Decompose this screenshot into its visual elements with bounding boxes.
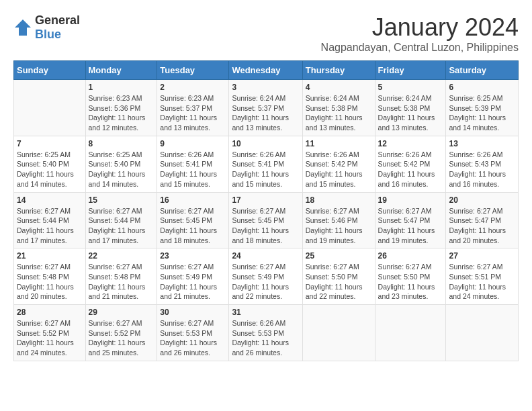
day-info: Sunrise: 6:26 AMSunset: 5:42 PMDaylight:…: [306, 150, 372, 189]
calendar-day-cell: 12Sunrise: 6:26 AMSunset: 5:42 PMDayligh…: [375, 136, 446, 192]
day-number: 15: [89, 195, 154, 205]
day-number: 2: [160, 83, 226, 92]
calendar-day-cell: 17Sunrise: 6:27 AMSunset: 5:45 PMDayligh…: [229, 192, 302, 248]
day-number: 9: [160, 139, 226, 148]
day-number: 19: [378, 195, 443, 205]
calendar-day-cell: 15Sunrise: 6:27 AMSunset: 5:44 PMDayligh…: [85, 192, 157, 248]
day-number: 8: [89, 139, 154, 148]
day-info: Sunrise: 6:26 AMSunset: 5:53 PMDaylight:…: [232, 318, 299, 358]
day-number: 20: [449, 195, 515, 205]
day-info: Sunrise: 6:27 AMSunset: 5:49 PMDaylight:…: [232, 262, 299, 302]
calendar-day-cell: 19Sunrise: 6:27 AMSunset: 5:47 PMDayligh…: [375, 192, 446, 248]
day-number: 27: [449, 251, 515, 261]
calendar-header: Sunday Monday Tuesday Wednesday Thursday…: [14, 61, 519, 80]
calendar-day-cell: 28Sunrise: 6:27 AMSunset: 5:52 PMDayligh…: [14, 305, 86, 361]
calendar-week-row: 28Sunrise: 6:27 AMSunset: 5:52 PMDayligh…: [14, 305, 519, 361]
day-info: Sunrise: 6:25 AMSunset: 5:40 PMDaylight:…: [89, 150, 154, 189]
day-info: Sunrise: 6:27 AMSunset: 5:46 PMDaylight:…: [306, 206, 372, 246]
calendar-day-cell: 5Sunrise: 6:24 AMSunset: 5:38 PMDaylight…: [375, 80, 446, 136]
day-number: 26: [378, 251, 443, 261]
day-number: 6: [449, 83, 515, 92]
day-number: 3: [232, 83, 299, 92]
day-info: Sunrise: 6:27 AMSunset: 5:52 PMDaylight:…: [17, 318, 83, 358]
day-info: Sunrise: 6:27 AMSunset: 5:48 PMDaylight:…: [89, 262, 154, 302]
day-number: 10: [232, 139, 299, 148]
day-number: 5: [378, 83, 443, 92]
day-info: Sunrise: 6:27 AMSunset: 5:45 PMDaylight:…: [232, 206, 299, 246]
day-number: 1: [89, 83, 154, 92]
day-number: 11: [306, 139, 372, 148]
calendar-table: Sunday Monday Tuesday Wednesday Thursday…: [13, 60, 519, 361]
calendar-day-cell: 4Sunrise: 6:24 AMSunset: 5:38 PMDaylight…: [302, 80, 375, 136]
calendar-day-cell: 24Sunrise: 6:27 AMSunset: 5:49 PMDayligh…: [229, 248, 302, 305]
calendar-day-cell: 27Sunrise: 6:27 AMSunset: 5:51 PMDayligh…: [446, 248, 519, 305]
day-number: 22: [89, 251, 154, 261]
day-info: Sunrise: 6:23 AMSunset: 5:37 PMDaylight:…: [160, 93, 226, 133]
calendar-week-row: 21Sunrise: 6:27 AMSunset: 5:48 PMDayligh…: [14, 248, 519, 305]
day-info: Sunrise: 6:27 AMSunset: 5:50 PMDaylight:…: [306, 262, 372, 302]
day-number: 7: [17, 139, 83, 148]
day-info: Sunrise: 6:25 AMSunset: 5:40 PMDaylight:…: [17, 150, 83, 189]
day-info: Sunrise: 6:27 AMSunset: 5:45 PMDaylight:…: [160, 206, 226, 246]
day-number: 14: [17, 195, 83, 205]
day-info: Sunrise: 6:27 AMSunset: 5:48 PMDaylight:…: [17, 262, 83, 302]
day-number: 18: [306, 195, 372, 205]
logo: General Blue: [13, 13, 80, 42]
calendar-day-cell: 14Sunrise: 6:27 AMSunset: 5:44 PMDayligh…: [14, 192, 86, 248]
header-tuesday: Tuesday: [157, 61, 229, 80]
calendar-day-cell: 2Sunrise: 6:23 AMSunset: 5:37 PMDaylight…: [157, 80, 229, 136]
calendar-day-cell: 21Sunrise: 6:27 AMSunset: 5:48 PMDayligh…: [14, 248, 86, 305]
logo-text-blue: Blue: [35, 28, 61, 41]
calendar-week-row: 7Sunrise: 6:25 AMSunset: 5:40 PMDaylight…: [14, 136, 519, 192]
day-info: Sunrise: 6:27 AMSunset: 5:49 PMDaylight:…: [160, 262, 226, 302]
calendar-day-cell: 20Sunrise: 6:27 AMSunset: 5:47 PMDayligh…: [446, 192, 519, 248]
calendar-day-cell: 1Sunrise: 6:23 AMSunset: 5:36 PMDaylight…: [85, 80, 157, 136]
calendar-day-cell: 10Sunrise: 6:26 AMSunset: 5:41 PMDayligh…: [229, 136, 302, 192]
calendar-day-cell: 6Sunrise: 6:25 AMSunset: 5:39 PMDaylight…: [446, 80, 519, 136]
logo-text-general: General: [35, 13, 80, 27]
calendar-day-cell: 31Sunrise: 6:26 AMSunset: 5:53 PMDayligh…: [229, 305, 302, 361]
day-info: Sunrise: 6:26 AMSunset: 5:41 PMDaylight:…: [160, 150, 226, 189]
header-friday: Friday: [375, 61, 446, 80]
day-info: Sunrise: 6:27 AMSunset: 5:47 PMDaylight:…: [378, 206, 443, 246]
calendar-day-cell: [14, 80, 86, 136]
day-number: 16: [160, 195, 226, 205]
header: General Blue January 2024 Nagpandayan, C…: [13, 13, 519, 54]
calendar-day-cell: 13Sunrise: 6:26 AMSunset: 5:43 PMDayligh…: [446, 136, 519, 192]
day-info: Sunrise: 6:24 AMSunset: 5:38 PMDaylight:…: [306, 93, 372, 133]
title-area: January 2024 Nagpandayan, Central Luzon,…: [321, 13, 519, 54]
calendar-day-cell: 25Sunrise: 6:27 AMSunset: 5:50 PMDayligh…: [302, 248, 375, 305]
day-number: 31: [232, 308, 299, 317]
calendar-day-cell: 9Sunrise: 6:26 AMSunset: 5:41 PMDaylight…: [157, 136, 229, 192]
header-thursday: Thursday: [302, 61, 375, 80]
calendar-day-cell: 22Sunrise: 6:27 AMSunset: 5:48 PMDayligh…: [85, 248, 157, 305]
day-number: 12: [378, 139, 443, 148]
day-info: Sunrise: 6:27 AMSunset: 5:50 PMDaylight:…: [378, 262, 443, 302]
calendar-day-cell: [302, 305, 375, 361]
day-number: 13: [449, 139, 515, 148]
header-wednesday: Wednesday: [229, 61, 302, 80]
header-sunday: Sunday: [14, 61, 86, 80]
day-info: Sunrise: 6:27 AMSunset: 5:44 PMDaylight:…: [17, 206, 83, 246]
day-info: Sunrise: 6:27 AMSunset: 5:51 PMDaylight:…: [449, 262, 515, 302]
day-number: 4: [306, 83, 372, 92]
calendar-day-cell: 7Sunrise: 6:25 AMSunset: 5:40 PMDaylight…: [14, 136, 86, 192]
day-number: 24: [232, 251, 299, 261]
calendar-day-cell: 18Sunrise: 6:27 AMSunset: 5:46 PMDayligh…: [302, 192, 375, 248]
calendar-day-cell: 16Sunrise: 6:27 AMSunset: 5:45 PMDayligh…: [157, 192, 229, 248]
calendar-day-cell: [375, 305, 446, 361]
weekday-header-row: Sunday Monday Tuesday Wednesday Thursday…: [14, 61, 519, 80]
subtitle: Nagpandayan, Central Luzon, Philippines: [321, 42, 519, 54]
day-number: 29: [89, 308, 154, 317]
header-monday: Monday: [85, 61, 157, 80]
day-info: Sunrise: 6:27 AMSunset: 5:52 PMDaylight:…: [89, 318, 154, 358]
calendar-day-cell: 29Sunrise: 6:27 AMSunset: 5:52 PMDayligh…: [85, 305, 157, 361]
logo-icon: [13, 18, 32, 37]
main-title: January 2024: [321, 13, 519, 42]
day-number: 30: [160, 308, 226, 317]
calendar-day-cell: 3Sunrise: 6:24 AMSunset: 5:37 PMDaylight…: [229, 80, 302, 136]
day-info: Sunrise: 6:25 AMSunset: 5:39 PMDaylight:…: [449, 93, 515, 133]
calendar-day-cell: 30Sunrise: 6:27 AMSunset: 5:53 PMDayligh…: [157, 305, 229, 361]
day-number: 23: [160, 251, 226, 261]
day-number: 28: [17, 308, 83, 317]
